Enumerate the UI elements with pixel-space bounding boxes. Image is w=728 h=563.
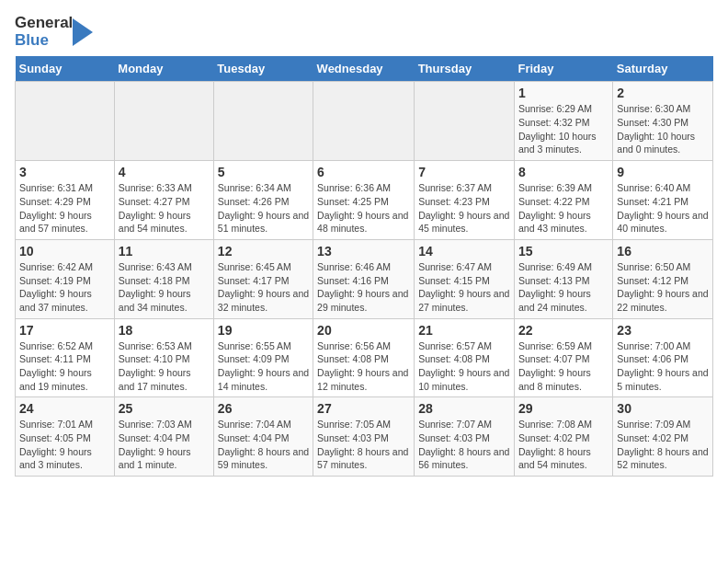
day-detail: Sunrise: 6:37 AM Sunset: 4:23 PM Dayligh… — [418, 181, 510, 236]
day-number: 15 — [518, 244, 609, 259]
day-number: 7 — [418, 165, 510, 179]
day-number: 14 — [418, 244, 510, 259]
calendar-week-row: 1Sunrise: 6:29 AM Sunset: 4:32 PM Daylig… — [16, 82, 713, 161]
logo-blue-text: Blue — [15, 32, 73, 50]
day-number: 20 — [317, 323, 410, 338]
calendar-cell: 19Sunrise: 6:55 AM Sunset: 4:09 PM Dayli… — [213, 318, 313, 397]
day-detail: Sunrise: 6:30 AM Sunset: 4:30 PM Dayligh… — [617, 102, 709, 156]
calendar-cell: 9Sunrise: 6:40 AM Sunset: 4:21 PM Daylig… — [613, 161, 713, 240]
day-detail: Sunrise: 7:05 AM Sunset: 4:03 PM Dayligh… — [317, 418, 410, 472]
day-number: 2 — [617, 86, 709, 100]
logo: General Blue — [15, 15, 93, 49]
calendar-cell: 22Sunrise: 6:59 AM Sunset: 4:07 PM Dayli… — [514, 318, 612, 397]
calendar-cell — [16, 82, 115, 161]
day-detail: Sunrise: 6:50 AM Sunset: 4:12 PM Dayligh… — [617, 260, 709, 315]
calendar-cell — [114, 82, 213, 161]
calendar-cell: 2Sunrise: 6:30 AM Sunset: 4:30 PM Daylig… — [613, 82, 713, 161]
day-number: 11 — [119, 244, 210, 259]
weekday-header-friday: Friday — [514, 56, 612, 82]
day-detail: Sunrise: 6:42 AM Sunset: 4:19 PM Dayligh… — [19, 260, 110, 315]
day-number: 4 — [119, 165, 210, 179]
weekday-header-tuesday: Tuesday — [213, 56, 313, 82]
calendar-cell: 4Sunrise: 6:33 AM Sunset: 4:27 PM Daylig… — [114, 161, 213, 240]
calendar-cell: 5Sunrise: 6:34 AM Sunset: 4:26 PM Daylig… — [213, 161, 313, 240]
day-number: 8 — [518, 165, 609, 179]
day-number: 13 — [317, 244, 410, 259]
calendar-cell: 18Sunrise: 6:53 AM Sunset: 4:10 PM Dayli… — [114, 318, 213, 397]
calendar-cell: 10Sunrise: 6:42 AM Sunset: 4:19 PM Dayli… — [16, 239, 115, 318]
weekday-header-wednesday: Wednesday — [313, 56, 415, 82]
calendar-cell: 25Sunrise: 7:03 AM Sunset: 4:04 PM Dayli… — [114, 397, 213, 477]
day-detail: Sunrise: 7:07 AM Sunset: 4:03 PM Dayligh… — [418, 418, 510, 472]
day-number: 6 — [317, 165, 410, 179]
calendar-cell: 8Sunrise: 6:39 AM Sunset: 4:22 PM Daylig… — [514, 161, 612, 240]
day-detail: Sunrise: 6:33 AM Sunset: 4:27 PM Dayligh… — [119, 181, 210, 236]
calendar-cell: 16Sunrise: 6:50 AM Sunset: 4:12 PM Dayli… — [613, 239, 713, 318]
calendar-cell: 6Sunrise: 6:36 AM Sunset: 4:25 PM Daylig… — [313, 161, 415, 240]
day-detail: Sunrise: 6:46 AM Sunset: 4:16 PM Dayligh… — [317, 260, 410, 315]
day-detail: Sunrise: 6:39 AM Sunset: 4:22 PM Dayligh… — [518, 181, 609, 236]
calendar-cell: 12Sunrise: 6:45 AM Sunset: 4:17 PM Dayli… — [213, 239, 313, 318]
day-number: 22 — [518, 323, 609, 338]
day-detail: Sunrise: 6:49 AM Sunset: 4:13 PM Dayligh… — [518, 260, 609, 315]
calendar-cell: 26Sunrise: 7:04 AM Sunset: 4:04 PM Dayli… — [213, 397, 313, 477]
calendar-cell: 7Sunrise: 6:37 AM Sunset: 4:23 PM Daylig… — [415, 161, 515, 240]
day-number: 1 — [518, 86, 609, 100]
calendar-cell: 27Sunrise: 7:05 AM Sunset: 4:03 PM Dayli… — [313, 397, 415, 477]
weekday-header-sunday: Sunday — [16, 56, 115, 82]
day-detail: Sunrise: 6:43 AM Sunset: 4:18 PM Dayligh… — [119, 260, 210, 315]
day-detail: Sunrise: 7:04 AM Sunset: 4:04 PM Dayligh… — [218, 418, 309, 472]
calendar-cell: 11Sunrise: 6:43 AM Sunset: 4:18 PM Dayli… — [114, 239, 213, 318]
day-detail: Sunrise: 7:08 AM Sunset: 4:02 PM Dayligh… — [518, 418, 609, 472]
calendar-week-row: 24Sunrise: 7:01 AM Sunset: 4:05 PM Dayli… — [16, 397, 713, 477]
day-detail: Sunrise: 6:34 AM Sunset: 4:26 PM Dayligh… — [218, 181, 309, 236]
day-detail: Sunrise: 6:56 AM Sunset: 4:08 PM Dayligh… — [317, 339, 410, 394]
calendar-cell: 15Sunrise: 6:49 AM Sunset: 4:13 PM Dayli… — [514, 239, 612, 318]
calendar-cell: 3Sunrise: 6:31 AM Sunset: 4:29 PM Daylig… — [16, 161, 115, 240]
calendar-cell: 14Sunrise: 6:47 AM Sunset: 4:15 PM Dayli… — [415, 239, 515, 318]
calendar-table: SundayMondayTuesdayWednesdayThursdayFrid… — [15, 56, 713, 477]
calendar-cell — [415, 82, 515, 161]
day-detail: Sunrise: 6:59 AM Sunset: 4:07 PM Dayligh… — [518, 339, 609, 394]
calendar-cell: 30Sunrise: 7:09 AM Sunset: 4:02 PM Dayli… — [613, 397, 713, 477]
day-number: 12 — [218, 244, 309, 259]
day-detail: Sunrise: 6:52 AM Sunset: 4:11 PM Dayligh… — [19, 339, 110, 394]
day-number: 16 — [617, 244, 709, 259]
day-number: 23 — [617, 323, 709, 338]
day-number: 21 — [418, 323, 510, 338]
day-number: 24 — [19, 401, 110, 416]
day-detail: Sunrise: 6:55 AM Sunset: 4:09 PM Dayligh… — [218, 339, 309, 394]
calendar-cell — [213, 82, 313, 161]
calendar-week-row: 10Sunrise: 6:42 AM Sunset: 4:19 PM Dayli… — [16, 239, 713, 318]
logo-general-text: General — [15, 15, 73, 32]
day-number: 25 — [119, 401, 210, 416]
day-number: 19 — [218, 323, 309, 338]
day-number: 28 — [418, 401, 510, 416]
calendar-cell: 23Sunrise: 7:00 AM Sunset: 4:06 PM Dayli… — [613, 318, 713, 397]
day-detail: Sunrise: 6:53 AM Sunset: 4:10 PM Dayligh… — [119, 339, 210, 394]
logo-chevron-icon — [73, 18, 93, 46]
calendar-cell — [313, 82, 415, 161]
calendar-cell: 28Sunrise: 7:07 AM Sunset: 4:03 PM Dayli… — [415, 397, 515, 477]
calendar-cell: 21Sunrise: 6:57 AM Sunset: 4:08 PM Dayli… — [415, 318, 515, 397]
svg-marker-0 — [73, 18, 93, 46]
calendar-cell: 13Sunrise: 6:46 AM Sunset: 4:16 PM Dayli… — [313, 239, 415, 318]
day-detail: Sunrise: 7:01 AM Sunset: 4:05 PM Dayligh… — [19, 418, 110, 472]
day-number: 30 — [617, 401, 709, 416]
day-detail: Sunrise: 7:09 AM Sunset: 4:02 PM Dayligh… — [617, 418, 709, 472]
weekday-header-saturday: Saturday — [613, 56, 713, 82]
day-number: 5 — [218, 165, 309, 179]
day-detail: Sunrise: 6:29 AM Sunset: 4:32 PM Dayligh… — [518, 102, 609, 156]
weekday-header-thursday: Thursday — [415, 56, 515, 82]
calendar-week-row: 3Sunrise: 6:31 AM Sunset: 4:29 PM Daylig… — [16, 161, 713, 240]
day-number: 18 — [119, 323, 210, 338]
day-number: 17 — [19, 323, 110, 338]
day-number: 10 — [19, 244, 110, 259]
day-detail: Sunrise: 7:00 AM Sunset: 4:06 PM Dayligh… — [617, 339, 709, 394]
header: General Blue — [15, 15, 713, 49]
calendar-week-row: 17Sunrise: 6:52 AM Sunset: 4:11 PM Dayli… — [16, 318, 713, 397]
day-number: 26 — [218, 401, 309, 416]
day-detail: Sunrise: 6:36 AM Sunset: 4:25 PM Dayligh… — [317, 181, 410, 236]
calendar-cell: 20Sunrise: 6:56 AM Sunset: 4:08 PM Dayli… — [313, 318, 415, 397]
day-detail: Sunrise: 6:57 AM Sunset: 4:08 PM Dayligh… — [418, 339, 510, 394]
